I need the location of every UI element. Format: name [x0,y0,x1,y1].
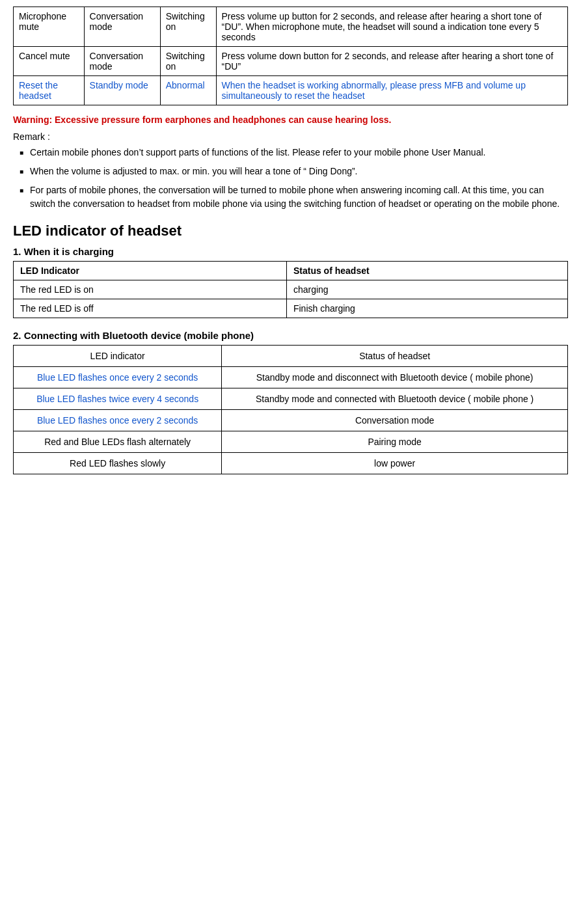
charging-cell: The red LED is on [14,280,287,299]
table-cell-description: Press volume down button for 2 seconds, … [216,47,567,76]
table-cell-mode: Conversation mode [84,47,160,76]
table-cell-function: Microphone mute [14,7,85,47]
bt-led-cell: Blue LED flashes once every 2 seconds [14,410,222,431]
table-cell-function: Reset the headset [14,76,85,105]
charging-col-header: LED Indicator [14,262,287,280]
bt-status-cell: low power [222,453,568,474]
bt-status-cell: Standby mode and connected with Bluetoot… [222,388,568,410]
bluetooth-table: LED indicatorStatus of headset Blue LED … [13,345,568,474]
charging-cell: charging [286,280,567,299]
charging-table: LED IndicatorStatus of headset The red L… [13,261,568,318]
bt-col-header: LED indicator [14,346,222,367]
remark-list: Certain mobile phones don’t support part… [13,146,568,211]
charging-cell: Finish charging [286,299,567,318]
table-cell-trigger: Switching on [160,7,216,47]
bt-led-cell: Red and Blue LEDs flash alternately [14,431,222,453]
bluetooth-subheading: 2. Connecting with Bluetooth device (mob… [13,330,568,341]
bt-led-cell: Blue LED flashes twice every 4 seconds [14,388,222,410]
charging-subheading: 1. When it is charging [13,246,568,257]
bt-led-cell: Blue LED flashes once every 2 seconds [14,367,222,388]
remark-title: Remark : [13,131,568,142]
remark-item: Certain mobile phones don’t support part… [20,146,568,159]
table-cell-trigger: Switching on [160,47,216,76]
led-heading: LED indicator of headset [13,223,568,239]
remark-item: When the volume is adjusted to max. or m… [20,165,568,178]
table-cell-mode: Conversation mode [84,7,160,47]
bt-col-header: Status of headset [222,346,568,367]
warning-text: Warning: Excessive pressure form earphon… [13,115,568,125]
table-cell-description: Press volume up button for 2 seconds, an… [216,7,567,47]
bt-led-cell: Red LED flashes slowly [14,453,222,474]
bt-status-cell: Pairing mode [222,431,568,453]
table-cell-function: Cancel mute [14,47,85,76]
bt-status-cell: Conversation mode [222,410,568,431]
charging-col-header: Status of headset [286,262,567,280]
remark-item: For parts of mobile phones, the conversa… [20,183,568,211]
table-cell-trigger: Abnormal [160,76,216,105]
bt-status-cell: Standby mode and disconnect with Bluetoo… [222,367,568,388]
table-cell-mode: Standby mode [84,76,160,105]
charging-cell: The red LED is off [14,299,287,318]
table-cell-description: When the headset is working abnormally, … [216,76,567,105]
main-function-table: Microphone mute Conversation mode Switch… [13,7,568,105]
